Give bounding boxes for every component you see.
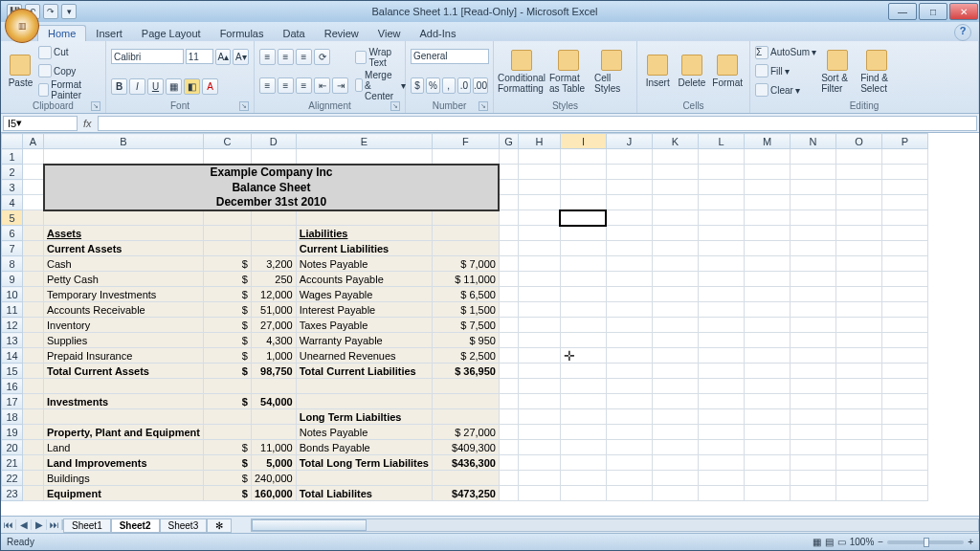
cell[interactable] (744, 226, 790, 241)
cell[interactable] (499, 364, 518, 379)
cell[interactable] (499, 241, 518, 256)
cell[interactable] (835, 195, 881, 210)
row-header[interactable]: 22 (2, 471, 23, 486)
cell[interactable] (790, 425, 835, 440)
worksheet-grid[interactable]: ABCDEFGHIJKLMNOP12Example Company Inc3Ba… (1, 133, 979, 516)
cell[interactable] (698, 272, 744, 287)
cell[interactable] (790, 364, 835, 379)
cell[interactable] (698, 333, 744, 348)
sheet-tab-3[interactable]: Sheet3 (160, 518, 208, 533)
font-size-combo[interactable]: 11 (186, 49, 213, 64)
cell[interactable] (835, 149, 881, 165)
cell[interactable] (744, 272, 790, 287)
col-header[interactable]: P (881, 134, 927, 149)
cell[interactable] (790, 272, 835, 287)
row-header[interactable]: 1 (2, 149, 23, 165)
cell[interactable]: Total Long Term Liabilites (296, 455, 432, 471)
row-header[interactable]: 3 (2, 180, 23, 195)
cell[interactable] (23, 272, 44, 287)
cell[interactable]: 5,000 (251, 455, 296, 471)
cell[interactable]: Total Current Assets (44, 364, 204, 379)
cell[interactable] (835, 180, 881, 195)
cell[interactable] (698, 241, 744, 256)
cell[interactable] (835, 486, 881, 501)
cell[interactable] (23, 195, 44, 210)
cell[interactable]: Land Improvements (44, 455, 204, 471)
cell[interactable] (881, 333, 927, 348)
cell[interactable] (23, 302, 44, 318)
col-header[interactable]: F (432, 134, 499, 149)
row-header[interactable]: 14 (2, 348, 23, 364)
col-header[interactable]: D (251, 134, 296, 149)
cell[interactable] (23, 226, 44, 241)
fill-button[interactable]: Fill ▾ (755, 63, 816, 79)
cell[interactable] (23, 471, 44, 486)
cell[interactable] (698, 364, 744, 379)
col-header[interactable]: N (790, 134, 835, 149)
redo-icon[interactable]: ↷ (43, 4, 58, 19)
cell[interactable]: $ (203, 287, 251, 302)
cell[interactable]: Buildings (44, 471, 204, 486)
cell[interactable] (518, 272, 560, 287)
cell[interactable] (606, 226, 652, 241)
cell[interactable] (23, 333, 44, 348)
cell[interactable] (698, 195, 744, 210)
cell[interactable] (790, 165, 835, 180)
cell[interactable]: $ 1,500 (432, 302, 499, 318)
tab-review[interactable]: Review (315, 26, 368, 41)
cell[interactable] (499, 210, 518, 226)
cell[interactable] (499, 394, 518, 409)
cell[interactable] (518, 379, 560, 394)
cell[interactable] (44, 379, 204, 394)
cell[interactable] (560, 486, 606, 501)
cell[interactable] (606, 165, 652, 180)
cell[interactable] (560, 455, 606, 471)
cell[interactable] (499, 379, 518, 394)
col-header[interactable]: J (606, 134, 652, 149)
cell[interactable] (560, 394, 606, 409)
cell[interactable] (606, 210, 652, 226)
cell[interactable] (881, 165, 927, 180)
col-header[interactable]: L (698, 134, 744, 149)
cell[interactable] (23, 287, 44, 302)
cell[interactable]: Total Liabilites (296, 486, 432, 501)
cell[interactable]: Prepaid Insurance (44, 348, 204, 364)
cell[interactable] (560, 379, 606, 394)
cell[interactable] (518, 180, 560, 195)
cell[interactable]: Equipment (44, 486, 204, 501)
cell[interactable]: Taxes Payable (296, 318, 432, 333)
cell[interactable] (881, 486, 927, 501)
cell[interactable] (790, 440, 835, 455)
view-break-icon[interactable]: ▭ (837, 537, 846, 547)
cell[interactable] (744, 165, 790, 180)
cell[interactable] (744, 180, 790, 195)
cell[interactable]: Total Current Liabilities (296, 364, 432, 379)
cell[interactable] (518, 318, 560, 333)
cell[interactable] (652, 241, 698, 256)
cell[interactable] (790, 409, 835, 425)
cell[interactable] (518, 195, 560, 210)
cell[interactable] (881, 318, 927, 333)
tab-view[interactable]: View (368, 26, 411, 41)
cell[interactable] (881, 348, 927, 364)
cell[interactable] (560, 287, 606, 302)
cell[interactable] (744, 486, 790, 501)
cell[interactable] (203, 425, 251, 440)
cell[interactable] (835, 241, 881, 256)
cell[interactable] (881, 440, 927, 455)
tab-formulas[interactable]: Formulas (211, 26, 274, 41)
cell[interactable] (698, 256, 744, 272)
cell[interactable] (744, 394, 790, 409)
cell[interactable]: Temporary Investments (44, 287, 204, 302)
cell[interactable] (560, 256, 606, 272)
tab-page-layout[interactable]: Page Layout (132, 26, 211, 41)
align-bottom-button[interactable]: ≡ (296, 49, 312, 65)
cell[interactable] (835, 379, 881, 394)
number-dialog-icon[interactable]: ↘ (479, 101, 488, 111)
cell[interactable] (518, 241, 560, 256)
cell[interactable]: 1,000 (251, 348, 296, 364)
cell[interactable] (790, 348, 835, 364)
cell[interactable]: Notes Payable (296, 425, 432, 440)
align-right-button[interactable]: ≡ (296, 77, 312, 94)
cell[interactable] (518, 226, 560, 241)
